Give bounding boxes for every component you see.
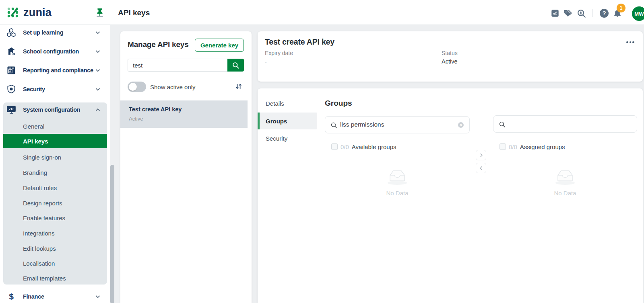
assigned-groups-empty-state: No Data	[539, 168, 591, 197]
more-actions-menu[interactable]	[626, 41, 636, 43]
select-all-available-checkbox[interactable]	[331, 143, 338, 150]
chevron-down-icon	[95, 86, 101, 92]
chevron-down-icon	[95, 68, 101, 73]
chevron-down-icon	[95, 30, 101, 35]
empty-inbox-icon	[552, 168, 578, 186]
school-gear-icon	[6, 46, 17, 57]
api-key-detail-card: Test create API key Expiry date - Status…	[258, 31, 643, 82]
search-icon	[330, 122, 337, 129]
select-all-assigned-checkbox[interactable]	[500, 143, 506, 150]
tab-security[interactable]: Security	[258, 130, 317, 147]
sidebar-subitem-branding[interactable]: Branding	[3, 165, 107, 180]
help-icon[interactable]: ?	[600, 9, 609, 18]
chevron-down-icon	[95, 49, 101, 54]
search-user-icon[interactable]	[577, 9, 586, 18]
sidebar-item-system-configuration[interactable]: System configuration	[0, 102, 107, 117]
avatar[interactable]: MW	[632, 6, 644, 21]
sidebar-subitem-enable-features[interactable]: Enable features	[3, 211, 107, 225]
expiry-date-label: Expiry date	[265, 50, 293, 56]
sidebar-subitem-edit-lookups[interactable]: Edit lookups	[3, 241, 107, 256]
available-groups-header: 0/0 Available groups	[331, 143, 396, 150]
header-divider	[592, 9, 592, 17]
search-button[interactable]	[227, 59, 244, 72]
available-groups-empty-state: No Data	[371, 168, 423, 197]
brand-logo-icon	[6, 6, 20, 19]
move-right-button[interactable]	[476, 150, 486, 160]
search-icon	[232, 61, 239, 69]
assigned-groups-search[interactable]	[493, 115, 637, 133]
notification-badge: 1	[617, 4, 625, 12]
page-title: API keys	[118, 8, 150, 17]
main-scrollbar-thumb[interactable]	[110, 165, 114, 303]
cubes-icon	[6, 27, 17, 38]
api-keys-search-input[interactable]	[128, 59, 227, 72]
sidebar-subitem-api-keys[interactable]: API keys	[3, 134, 107, 148]
sidebar-item-set-up-learning[interactable]: Set up learning	[0, 25, 107, 40]
show-active-only-toggle[interactable]	[128, 82, 146, 92]
panel-title: Manage API keys	[128, 40, 189, 49]
search-icon	[499, 121, 506, 128]
release-notes-icon[interactable]	[551, 9, 559, 18]
sidebar-subitem-localisation[interactable]: Localisation	[3, 256, 107, 270]
sidebar-subitem-single-sign-on[interactable]: Single sign-on	[3, 150, 107, 164]
chevron-down-icon	[95, 294, 101, 299]
toggle-label: Show active only	[150, 84, 196, 90]
toggle-knob	[129, 83, 137, 91]
header-divider	[627, 9, 627, 17]
tab-groups[interactable]: Groups	[258, 113, 317, 129]
sidebar-item-finance[interactable]: $ Finance	[0, 289, 107, 303]
sidebar-item-security[interactable]: Security	[0, 82, 107, 96]
sort-icon[interactable]	[235, 82, 242, 90]
available-groups-search[interactable]: liss permissions ✕	[325, 116, 470, 133]
sidebar-subitem-email-templates[interactable]: Email templates	[3, 271, 107, 285]
sidebar-subitem-general[interactable]: General	[3, 119, 107, 133]
chevron-up-icon	[95, 107, 101, 113]
sidebar-subitem-design-reports[interactable]: Design reports	[3, 196, 107, 210]
dollar-icon: $	[6, 291, 17, 302]
status-value: Active	[442, 58, 458, 65]
assigned-groups-header: 0/0 Assigned groups	[500, 143, 565, 150]
groups-heading: Groups	[325, 99, 352, 108]
status-label: Status	[442, 50, 458, 56]
move-left-button[interactable]	[476, 163, 486, 173]
empty-inbox-icon	[384, 168, 410, 186]
pin-sidebar-icon[interactable]	[94, 7, 105, 18]
tags-icon[interactable]	[564, 9, 572, 18]
sidebar-subitem-integrations[interactable]: Integrations	[3, 226, 107, 240]
api-key-list-item[interactable]: Test create API key Active	[120, 100, 248, 128]
sidebar-item-school-configuration[interactable]: School configuration	[0, 44, 107, 59]
shield-lock-icon	[6, 84, 17, 94]
api-key-tabs-card: Details Groups Security Groups liss perm…	[258, 88, 643, 303]
sidebar: Set up learning School configuration Rep…	[0, 25, 110, 303]
expiry-date-value: -	[265, 59, 267, 65]
app-header: zunia API keys ? 1 MW	[0, 0, 644, 25]
brand-logo[interactable]: zunia	[6, 6, 52, 19]
sidebar-item-reporting-and-compliance[interactable]: Reporting and compliance	[0, 63, 107, 78]
detail-title: Test create API key	[265, 37, 334, 47]
manage-api-keys-panel: Manage API keys Generate key Show active…	[120, 31, 252, 303]
clear-search-icon[interactable]: ✕	[458, 122, 464, 128]
sidebar-subitem-default-roles[interactable]: Default roles	[3, 180, 107, 195]
tab-details[interactable]: Details	[258, 95, 317, 112]
report-icon	[6, 65, 17, 76]
tabs-divider	[317, 96, 317, 301]
monitor-gear-icon	[6, 104, 17, 115]
brand-name: zunia	[23, 6, 52, 19]
generate-key-button[interactable]: Generate key	[195, 39, 244, 52]
